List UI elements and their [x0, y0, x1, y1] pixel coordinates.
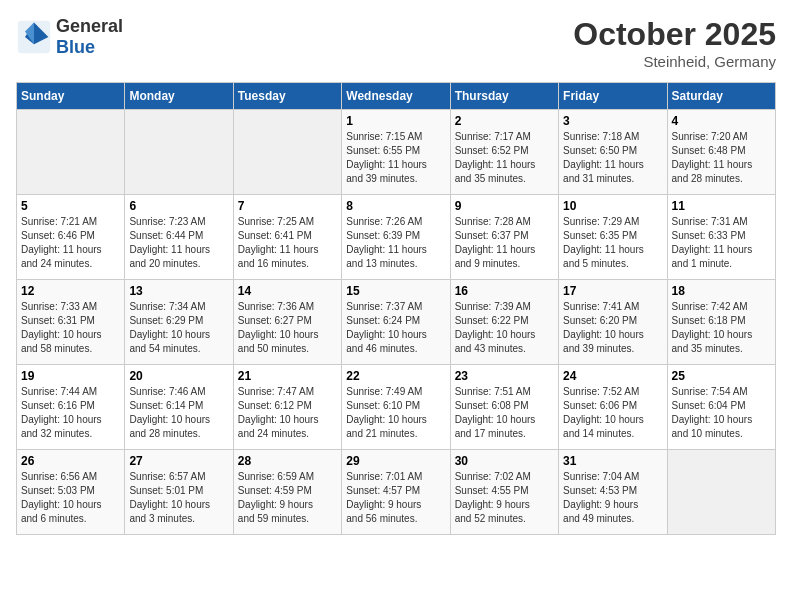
day-number: 15: [346, 284, 445, 298]
day-cell: 16Sunrise: 7:39 AM Sunset: 6:22 PM Dayli…: [450, 280, 558, 365]
day-number: 20: [129, 369, 228, 383]
day-cell: [233, 110, 341, 195]
week-row-4: 26Sunrise: 6:56 AM Sunset: 5:03 PM Dayli…: [17, 450, 776, 535]
day-number: 1: [346, 114, 445, 128]
day-info: Sunrise: 7:04 AM Sunset: 4:53 PM Dayligh…: [563, 470, 662, 526]
day-info: Sunrise: 7:44 AM Sunset: 6:16 PM Dayligh…: [21, 385, 120, 441]
col-header-thursday: Thursday: [450, 83, 558, 110]
day-info: Sunrise: 7:37 AM Sunset: 6:24 PM Dayligh…: [346, 300, 445, 356]
day-number: 19: [21, 369, 120, 383]
day-cell: 2Sunrise: 7:17 AM Sunset: 6:52 PM Daylig…: [450, 110, 558, 195]
day-cell: 25Sunrise: 7:54 AM Sunset: 6:04 PM Dayli…: [667, 365, 775, 450]
day-info: Sunrise: 7:26 AM Sunset: 6:39 PM Dayligh…: [346, 215, 445, 271]
day-info: Sunrise: 7:39 AM Sunset: 6:22 PM Dayligh…: [455, 300, 554, 356]
day-info: Sunrise: 7:42 AM Sunset: 6:18 PM Dayligh…: [672, 300, 771, 356]
day-info: Sunrise: 7:47 AM Sunset: 6:12 PM Dayligh…: [238, 385, 337, 441]
day-cell: 24Sunrise: 7:52 AM Sunset: 6:06 PM Dayli…: [559, 365, 667, 450]
logo-general: General: [56, 16, 123, 37]
day-cell: 3Sunrise: 7:18 AM Sunset: 6:50 PM Daylig…: [559, 110, 667, 195]
day-info: Sunrise: 7:52 AM Sunset: 6:06 PM Dayligh…: [563, 385, 662, 441]
day-cell: 28Sunrise: 6:59 AM Sunset: 4:59 PM Dayli…: [233, 450, 341, 535]
day-cell: 31Sunrise: 7:04 AM Sunset: 4:53 PM Dayli…: [559, 450, 667, 535]
day-cell: 17Sunrise: 7:41 AM Sunset: 6:20 PM Dayli…: [559, 280, 667, 365]
day-cell: 21Sunrise: 7:47 AM Sunset: 6:12 PM Dayli…: [233, 365, 341, 450]
day-info: Sunrise: 7:46 AM Sunset: 6:14 PM Dayligh…: [129, 385, 228, 441]
day-info: Sunrise: 7:01 AM Sunset: 4:57 PM Dayligh…: [346, 470, 445, 526]
day-info: Sunrise: 7:29 AM Sunset: 6:35 PM Dayligh…: [563, 215, 662, 271]
day-cell: 29Sunrise: 7:01 AM Sunset: 4:57 PM Dayli…: [342, 450, 450, 535]
page-header: General Blue October 2025 Steinheid, Ger…: [16, 16, 776, 70]
day-number: 25: [672, 369, 771, 383]
day-cell: 18Sunrise: 7:42 AM Sunset: 6:18 PM Dayli…: [667, 280, 775, 365]
col-header-sunday: Sunday: [17, 83, 125, 110]
week-row-0: 1Sunrise: 7:15 AM Sunset: 6:55 PM Daylig…: [17, 110, 776, 195]
day-number: 27: [129, 454, 228, 468]
col-header-saturday: Saturday: [667, 83, 775, 110]
day-cell: 10Sunrise: 7:29 AM Sunset: 6:35 PM Dayli…: [559, 195, 667, 280]
day-info: Sunrise: 7:25 AM Sunset: 6:41 PM Dayligh…: [238, 215, 337, 271]
day-number: 9: [455, 199, 554, 213]
day-info: Sunrise: 7:36 AM Sunset: 6:27 PM Dayligh…: [238, 300, 337, 356]
day-number: 18: [672, 284, 771, 298]
day-cell: [125, 110, 233, 195]
title-area: October 2025 Steinheid, Germany: [573, 16, 776, 70]
day-cell: 6Sunrise: 7:23 AM Sunset: 6:44 PM Daylig…: [125, 195, 233, 280]
day-info: Sunrise: 7:51 AM Sunset: 6:08 PM Dayligh…: [455, 385, 554, 441]
day-number: 24: [563, 369, 662, 383]
day-number: 12: [21, 284, 120, 298]
day-number: 11: [672, 199, 771, 213]
day-info: Sunrise: 6:57 AM Sunset: 5:01 PM Dayligh…: [129, 470, 228, 526]
day-number: 3: [563, 114, 662, 128]
day-cell: 11Sunrise: 7:31 AM Sunset: 6:33 PM Dayli…: [667, 195, 775, 280]
day-cell: 15Sunrise: 7:37 AM Sunset: 6:24 PM Dayli…: [342, 280, 450, 365]
day-number: 30: [455, 454, 554, 468]
day-cell: 12Sunrise: 7:33 AM Sunset: 6:31 PM Dayli…: [17, 280, 125, 365]
day-info: Sunrise: 7:15 AM Sunset: 6:55 PM Dayligh…: [346, 130, 445, 186]
day-info: Sunrise: 7:41 AM Sunset: 6:20 PM Dayligh…: [563, 300, 662, 356]
day-info: Sunrise: 7:49 AM Sunset: 6:10 PM Dayligh…: [346, 385, 445, 441]
day-info: Sunrise: 6:59 AM Sunset: 4:59 PM Dayligh…: [238, 470, 337, 526]
day-cell: 26Sunrise: 6:56 AM Sunset: 5:03 PM Dayli…: [17, 450, 125, 535]
day-number: 8: [346, 199, 445, 213]
day-number: 29: [346, 454, 445, 468]
day-number: 28: [238, 454, 337, 468]
day-number: 10: [563, 199, 662, 213]
day-info: Sunrise: 7:28 AM Sunset: 6:37 PM Dayligh…: [455, 215, 554, 271]
day-number: 13: [129, 284, 228, 298]
day-cell: 8Sunrise: 7:26 AM Sunset: 6:39 PM Daylig…: [342, 195, 450, 280]
day-number: 31: [563, 454, 662, 468]
day-cell: 27Sunrise: 6:57 AM Sunset: 5:01 PM Dayli…: [125, 450, 233, 535]
day-number: 22: [346, 369, 445, 383]
day-info: Sunrise: 7:17 AM Sunset: 6:52 PM Dayligh…: [455, 130, 554, 186]
week-row-3: 19Sunrise: 7:44 AM Sunset: 6:16 PM Dayli…: [17, 365, 776, 450]
day-info: Sunrise: 7:31 AM Sunset: 6:33 PM Dayligh…: [672, 215, 771, 271]
day-info: Sunrise: 6:56 AM Sunset: 5:03 PM Dayligh…: [21, 470, 120, 526]
logo-icon: [16, 19, 52, 55]
day-number: 5: [21, 199, 120, 213]
day-number: 26: [21, 454, 120, 468]
col-header-friday: Friday: [559, 83, 667, 110]
day-info: Sunrise: 7:34 AM Sunset: 6:29 PM Dayligh…: [129, 300, 228, 356]
day-cell: 23Sunrise: 7:51 AM Sunset: 6:08 PM Dayli…: [450, 365, 558, 450]
logo-blue: Blue: [56, 37, 123, 58]
day-cell: [17, 110, 125, 195]
day-number: 2: [455, 114, 554, 128]
day-number: 23: [455, 369, 554, 383]
day-cell: 5Sunrise: 7:21 AM Sunset: 6:46 PM Daylig…: [17, 195, 125, 280]
days-header-row: SundayMondayTuesdayWednesdayThursdayFrid…: [17, 83, 776, 110]
day-info: Sunrise: 7:23 AM Sunset: 6:44 PM Dayligh…: [129, 215, 228, 271]
day-number: 4: [672, 114, 771, 128]
day-info: Sunrise: 7:21 AM Sunset: 6:46 PM Dayligh…: [21, 215, 120, 271]
day-cell: 1Sunrise: 7:15 AM Sunset: 6:55 PM Daylig…: [342, 110, 450, 195]
day-info: Sunrise: 7:54 AM Sunset: 6:04 PM Dayligh…: [672, 385, 771, 441]
location-title: Steinheid, Germany: [573, 53, 776, 70]
col-header-wednesday: Wednesday: [342, 83, 450, 110]
day-number: 21: [238, 369, 337, 383]
day-cell: 7Sunrise: 7:25 AM Sunset: 6:41 PM Daylig…: [233, 195, 341, 280]
calendar-table: SundayMondayTuesdayWednesdayThursdayFrid…: [16, 82, 776, 535]
logo: General Blue: [16, 16, 123, 58]
day-cell: 30Sunrise: 7:02 AM Sunset: 4:55 PM Dayli…: [450, 450, 558, 535]
day-cell: [667, 450, 775, 535]
week-row-1: 5Sunrise: 7:21 AM Sunset: 6:46 PM Daylig…: [17, 195, 776, 280]
day-cell: 13Sunrise: 7:34 AM Sunset: 6:29 PM Dayli…: [125, 280, 233, 365]
